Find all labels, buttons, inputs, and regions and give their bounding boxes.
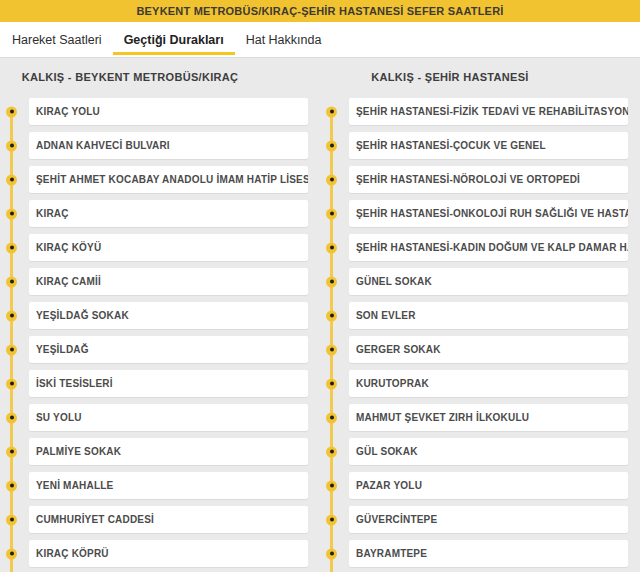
stop-name: KIRAÇ CAMİİ (36, 276, 101, 287)
stop-card[interactable]: GÜNEL SOKAK (349, 268, 628, 295)
stop-card[interactable]: YENİ MAHALLE (29, 472, 308, 499)
column-title: KALKIŞ - BEYKENT METROBÜS/KIRAÇ (0, 71, 320, 84)
stop-dot-icon (6, 548, 17, 559)
stop-card[interactable]: CUMHURİYET CADDESİ (29, 506, 308, 533)
stop-card[interactable]: ŞEHİT AHMET KOCABAY ANADOLU İMAM HATİP L… (29, 166, 308, 193)
stop-dot-icon (326, 514, 337, 525)
stop-name: KIRAÇ YOLU (36, 106, 100, 117)
stop-row: GÜL SOKAK (320, 438, 628, 465)
stop-name: ŞEHİR HASTANESİ-KADIN DOĞUM VE KALP DAMA… (356, 242, 628, 253)
stops-panel: KALKIŞ - BEYKENT METROBÜS/KIRAÇ KIRAÇ YO… (0, 57, 640, 572)
stop-card[interactable]: GERGER SOKAK (349, 336, 628, 363)
stop-dot-icon (6, 174, 17, 185)
stop-name: YEŞİLDAĞ SOKAK (36, 310, 129, 321)
stop-row: MAHMUT ŞEVKET ZIRH İLKOKULU (320, 404, 628, 431)
stop-card[interactable]: KIRAÇ (29, 200, 308, 227)
stop-dot-icon (6, 344, 17, 355)
tab-gectigi-duraklari[interactable]: Geçtiği Durakları (113, 22, 235, 57)
stop-name: PALMİYE SOKAK (36, 446, 121, 457)
tab-hat-hakkinda[interactable]: Hat Hakkında (235, 22, 333, 57)
stop-card[interactable]: ŞEHİR HASTANESİ-NÖROLOJİ VE ORTOPEDİ (349, 166, 628, 193)
stop-row: İSKİ TESİSLERİ (0, 370, 308, 397)
stop-card[interactable]: KIRAÇ CAMİİ (29, 268, 308, 295)
tab-bar: Hareket Saatleri Geçtiği Durakları Hat H… (0, 22, 640, 57)
stop-card[interactable]: SU YOLU (29, 404, 308, 431)
stop-card[interactable]: ŞEHİR HASTANESİ-ÇOCUK VE GENEL (349, 132, 628, 159)
stop-name: ŞEHİT AHMET KOCABAY ANADOLU İMAM HATİP L… (36, 174, 308, 185)
stop-row: ŞEHİR HASTANESİ-FİZİK TEDAVİ VE REHABİLİ… (320, 98, 628, 125)
stop-card[interactable]: ŞEHİR HASTANESİ-KADIN DOĞUM VE KALP DAMA… (349, 234, 628, 261)
stop-dot-icon (326, 106, 337, 117)
stop-row: ŞEHİR HASTANESİ-ÇOCUK VE GENEL (320, 132, 628, 159)
stop-card[interactable]: PALMİYE SOKAK (29, 438, 308, 465)
stop-card[interactable]: KIRAÇ KÖPRÜ (29, 540, 308, 567)
stop-name: ADNAN KAHVECİ BULVARI (36, 140, 170, 151)
stop-row: ŞEHİR HASTANESİ-ONKOLOJİ RUH SAĞLIĞI VE … (320, 200, 628, 227)
stop-name: PAZAR YOLU (356, 480, 422, 491)
stop-row: KIRAÇ KÖPRÜ (0, 540, 308, 567)
stop-dot-icon (6, 276, 17, 287)
stop-dot-icon (326, 174, 337, 185)
stop-name: YEŞİLDAĞ (36, 344, 89, 355)
stop-card[interactable]: ŞEHİR HASTANESİ-FİZİK TEDAVİ VE REHABİLİ… (349, 98, 628, 125)
column-title: KALKIŞ - ŞEHİR HASTANESİ (320, 71, 640, 84)
stop-dot-icon (6, 412, 17, 423)
page: BEYKENT METROBÜS/KIRAÇ-ŞEHİR HASTANESİ S… (0, 0, 640, 572)
stop-dot-icon (326, 412, 337, 423)
stop-card[interactable]: ŞEHİR HASTANESİ-ONKOLOJİ RUH SAĞLIĞI VE … (349, 200, 628, 227)
stop-dot-icon (6, 310, 17, 321)
stop-dot-icon (6, 242, 17, 253)
timeline-list: ŞEHİR HASTANESİ-FİZİK TEDAVİ VE REHABİLİ… (320, 98, 640, 572)
stop-card[interactable]: YEŞİLDAĞ SOKAK (29, 302, 308, 329)
stop-card[interactable]: PAZAR YOLU (349, 472, 628, 499)
stop-dot-icon (326, 378, 337, 389)
stop-card[interactable]: İSKİ TESİSLERİ (29, 370, 308, 397)
stop-name: BAYRAMTEPE (356, 548, 427, 559)
stop-row: SON EVLER (320, 302, 628, 329)
stop-name: KIRAÇ KÖPRÜ (36, 548, 109, 559)
stop-row: KIRAÇ YOLU (0, 98, 308, 125)
stop-name: GÜNEL SOKAK (356, 276, 432, 287)
stop-name: CUMHURİYET CADDESİ (36, 514, 154, 525)
stop-row: KURUTOPRAK (320, 370, 628, 397)
stop-dot-icon (326, 208, 337, 219)
stop-card[interactable]: YEŞİLDAĞ (29, 336, 308, 363)
stop-dot-icon (326, 276, 337, 287)
stop-row: GERGER SOKAK (320, 336, 628, 363)
stop-row: KIRAÇ CAMİİ (0, 268, 308, 295)
column-departure-beykent: KALKIŞ - BEYKENT METROBÜS/KIRAÇ KIRAÇ YO… (0, 57, 320, 572)
stop-name: GÜL SOKAK (356, 446, 418, 457)
stop-card[interactable]: KIRAÇ YOLU (29, 98, 308, 125)
stop-card[interactable]: KURUTOPRAK (349, 370, 628, 397)
stop-dot-icon (326, 310, 337, 321)
tab-label: Hat Hakkında (246, 33, 322, 47)
stop-dot-icon (326, 548, 337, 559)
stop-row: KIRAÇ KÖYÜ (0, 234, 308, 261)
stop-name: SU YOLU (36, 412, 82, 423)
stop-name: ŞEHİR HASTANESİ-NÖROLOJİ VE ORTOPEDİ (356, 174, 580, 185)
stop-row: YENİ MAHALLE (0, 472, 308, 499)
stop-card[interactable]: SON EVLER (349, 302, 628, 329)
stop-dot-icon (6, 446, 17, 457)
stop-row: PAZAR YOLU (320, 472, 628, 499)
stop-name: KURUTOPRAK (356, 378, 429, 389)
stop-name: İSKİ TESİSLERİ (36, 378, 113, 389)
stop-dot-icon (6, 106, 17, 117)
tab-label: Geçtiği Durakları (124, 33, 224, 47)
tab-hareket-saatleri[interactable]: Hareket Saatleri (1, 22, 113, 57)
stop-dot-icon (6, 514, 17, 525)
stop-card[interactable]: GÜL SOKAK (349, 438, 628, 465)
stop-name: YENİ MAHALLE (36, 480, 113, 491)
stop-card[interactable]: GÜVERCİNTEPE (349, 506, 628, 533)
stop-card[interactable]: KIRAÇ KÖYÜ (29, 234, 308, 261)
stop-dot-icon (326, 446, 337, 457)
stop-card[interactable]: MAHMUT ŞEVKET ZIRH İLKOKULU (349, 404, 628, 431)
stop-row: KIRAÇ (0, 200, 308, 227)
stop-dot-icon (326, 344, 337, 355)
stop-card[interactable]: ADNAN KAHVECİ BULVARI (29, 132, 308, 159)
page-title-bar: BEYKENT METROBÜS/KIRAÇ-ŞEHİR HASTANESİ S… (0, 0, 640, 22)
stop-name: ŞEHİR HASTANESİ-ÇOCUK VE GENEL (356, 140, 546, 151)
stop-card[interactable]: BAYRAMTEPE (349, 540, 628, 567)
column-departure-sehir-hastanesi: KALKIŞ - ŞEHİR HASTANESİ ŞEHİR HASTANESİ… (320, 57, 640, 572)
stop-row: ŞEHİR HASTANESİ-NÖROLOJİ VE ORTOPEDİ (320, 166, 628, 193)
